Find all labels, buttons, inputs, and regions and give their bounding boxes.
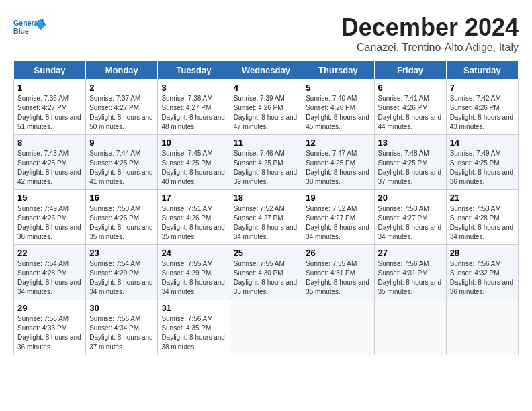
day-info: Sunrise: 7:56 AM Sunset: 4:34 PM Dayligh…: [89, 314, 154, 352]
calendar-cell: 24Sunrise: 7:55 AM Sunset: 4:29 PM Dayli…: [158, 245, 230, 300]
day-number: 15: [17, 193, 82, 203]
day-info: Sunrise: 7:54 AM Sunset: 4:28 PM Dayligh…: [17, 259, 82, 297]
day-info: Sunrise: 7:55 AM Sunset: 4:29 PM Dayligh…: [161, 259, 226, 297]
day-info: Sunrise: 7:56 AM Sunset: 4:32 PM Dayligh…: [450, 259, 515, 297]
day-info: Sunrise: 7:51 AM Sunset: 4:26 PM Dayligh…: [161, 204, 226, 242]
calendar-cell: 19Sunrise: 7:52 AM Sunset: 4:27 PM Dayli…: [302, 190, 374, 245]
day-number: 17: [161, 193, 226, 203]
calendar-cell: 8Sunrise: 7:43 AM Sunset: 4:25 PM Daylig…: [14, 135, 86, 190]
calendar-cell: 2Sunrise: 7:37 AM Sunset: 4:27 PM Daylig…: [86, 80, 158, 135]
day-info: Sunrise: 7:56 AM Sunset: 4:33 PM Dayligh…: [17, 314, 82, 352]
day-info: Sunrise: 7:41 AM Sunset: 4:26 PM Dayligh…: [378, 94, 443, 132]
calendar-cell: 26Sunrise: 7:55 AM Sunset: 4:31 PM Dayli…: [302, 245, 374, 300]
day-number: 30: [89, 303, 154, 313]
calendar-cell: 12Sunrise: 7:47 AM Sunset: 4:25 PM Dayli…: [302, 135, 374, 190]
calendar-cell: 23Sunrise: 7:54 AM Sunset: 4:29 PM Dayli…: [86, 245, 158, 300]
day-number: 4: [234, 83, 299, 93]
location-title: Canazei, Trentino-Alto Adige, Italy: [341, 42, 519, 54]
calendar-cell: 13Sunrise: 7:48 AM Sunset: 4:25 PM Dayli…: [374, 135, 446, 190]
day-info: Sunrise: 7:54 AM Sunset: 4:29 PM Dayligh…: [89, 259, 154, 297]
calendar-cell: 20Sunrise: 7:53 AM Sunset: 4:27 PM Dayli…: [374, 190, 446, 245]
day-info: Sunrise: 7:45 AM Sunset: 4:25 PM Dayligh…: [161, 149, 226, 187]
day-number: 19: [306, 193, 370, 203]
day-info: Sunrise: 7:36 AM Sunset: 4:27 PM Dayligh…: [17, 94, 82, 132]
day-number: 22: [17, 248, 82, 258]
calendar-cell: 15Sunrise: 7:49 AM Sunset: 4:26 PM Dayli…: [14, 190, 86, 245]
day-number: 29: [17, 303, 82, 313]
day-number: 28: [450, 248, 515, 258]
calendar-cell: 21Sunrise: 7:53 AM Sunset: 4:28 PM Dayli…: [446, 190, 518, 245]
day-info: Sunrise: 7:43 AM Sunset: 4:25 PM Dayligh…: [17, 149, 82, 187]
day-info: Sunrise: 7:56 AM Sunset: 4:31 PM Dayligh…: [378, 259, 443, 297]
day-number: 12: [306, 138, 370, 148]
day-info: Sunrise: 7:47 AM Sunset: 4:25 PM Dayligh…: [306, 149, 370, 187]
day-number: 31: [161, 303, 226, 313]
logo: General Blue: [13, 13, 47, 44]
day-number: 11: [234, 138, 299, 148]
calendar-cell: 4Sunrise: 7:39 AM Sunset: 4:26 PM Daylig…: [230, 80, 302, 135]
calendar-cell: 28Sunrise: 7:56 AM Sunset: 4:32 PM Dayli…: [446, 245, 518, 300]
calendar-cell: 1Sunrise: 7:36 AM Sunset: 4:27 PM Daylig…: [14, 80, 86, 135]
day-number: 24: [161, 248, 226, 258]
day-info: Sunrise: 7:39 AM Sunset: 4:26 PM Dayligh…: [234, 94, 299, 132]
day-number: 16: [89, 193, 154, 203]
weekday-header: Sunday: [14, 61, 86, 80]
calendar-cell: 6Sunrise: 7:41 AM Sunset: 4:26 PM Daylig…: [374, 80, 446, 135]
day-info: Sunrise: 7:53 AM Sunset: 4:28 PM Dayligh…: [450, 204, 515, 242]
day-number: 10: [161, 138, 226, 148]
day-info: Sunrise: 7:44 AM Sunset: 4:25 PM Dayligh…: [89, 149, 154, 187]
calendar-cell: 3Sunrise: 7:38 AM Sunset: 4:27 PM Daylig…: [158, 80, 230, 135]
calendar-cell: 10Sunrise: 7:45 AM Sunset: 4:25 PM Dayli…: [158, 135, 230, 190]
calendar-cell: 22Sunrise: 7:54 AM Sunset: 4:28 PM Dayli…: [14, 245, 86, 300]
weekday-header: Saturday: [446, 61, 518, 80]
title-area: December 2024 Canazei, Trentino-Alto Adi…: [341, 13, 519, 54]
day-number: 18: [234, 193, 299, 203]
day-info: Sunrise: 7:46 AM Sunset: 4:25 PM Dayligh…: [234, 149, 299, 187]
weekday-header: Thursday: [302, 61, 374, 80]
day-info: Sunrise: 7:49 AM Sunset: 4:25 PM Dayligh…: [450, 149, 515, 187]
svg-text:Blue: Blue: [13, 27, 29, 35]
day-number: 2: [89, 83, 154, 93]
calendar-cell: 9Sunrise: 7:44 AM Sunset: 4:25 PM Daylig…: [86, 135, 158, 190]
day-info: Sunrise: 7:40 AM Sunset: 4:26 PM Dayligh…: [306, 94, 370, 132]
svg-text:General: General: [13, 19, 40, 27]
calendar-cell: 18Sunrise: 7:52 AM Sunset: 4:27 PM Dayli…: [230, 190, 302, 245]
day-info: Sunrise: 7:56 AM Sunset: 4:35 PM Dayligh…: [161, 314, 226, 352]
day-number: 8: [17, 138, 82, 148]
weekday-header: Monday: [86, 61, 158, 80]
day-info: Sunrise: 7:52 AM Sunset: 4:27 PM Dayligh…: [306, 204, 370, 242]
day-info: Sunrise: 7:48 AM Sunset: 4:25 PM Dayligh…: [378, 149, 443, 187]
calendar-cell: 14Sunrise: 7:49 AM Sunset: 4:25 PM Dayli…: [446, 135, 518, 190]
weekday-header: Friday: [374, 61, 446, 80]
calendar-cell: 11Sunrise: 7:46 AM Sunset: 4:25 PM Dayli…: [230, 135, 302, 190]
calendar-cell: [446, 300, 518, 355]
day-number: 3: [161, 83, 226, 93]
calendar-cell: 17Sunrise: 7:51 AM Sunset: 4:26 PM Dayli…: [158, 190, 230, 245]
day-number: 20: [378, 193, 443, 203]
weekday-header: Wednesday: [230, 61, 302, 80]
day-info: Sunrise: 7:50 AM Sunset: 4:26 PM Dayligh…: [89, 204, 154, 242]
day-number: 7: [450, 83, 515, 93]
day-number: 14: [450, 138, 515, 148]
day-number: 1: [17, 83, 82, 93]
day-number: 6: [378, 83, 443, 93]
calendar-cell: 16Sunrise: 7:50 AM Sunset: 4:26 PM Dayli…: [86, 190, 158, 245]
calendar-table: SundayMondayTuesdayWednesdayThursdayFrid…: [13, 60, 519, 355]
day-info: Sunrise: 7:55 AM Sunset: 4:31 PM Dayligh…: [306, 259, 370, 297]
weekday-header: Tuesday: [158, 61, 230, 80]
calendar-cell: 29Sunrise: 7:56 AM Sunset: 4:33 PM Dayli…: [14, 300, 86, 355]
day-info: Sunrise: 7:55 AM Sunset: 4:30 PM Dayligh…: [234, 259, 299, 297]
day-number: 5: [306, 83, 370, 93]
month-title: December 2024: [341, 13, 519, 42]
day-info: Sunrise: 7:49 AM Sunset: 4:26 PM Dayligh…: [17, 204, 82, 242]
day-number: 13: [378, 138, 443, 148]
day-number: 26: [306, 248, 370, 258]
calendar-cell: 25Sunrise: 7:55 AM Sunset: 4:30 PM Dayli…: [230, 245, 302, 300]
header: General Blue December 2024 Canazei, Tren…: [13, 13, 519, 54]
day-info: Sunrise: 7:52 AM Sunset: 4:27 PM Dayligh…: [234, 204, 299, 242]
day-info: Sunrise: 7:53 AM Sunset: 4:27 PM Dayligh…: [378, 204, 443, 242]
calendar-cell: 31Sunrise: 7:56 AM Sunset: 4:35 PM Dayli…: [158, 300, 230, 355]
day-info: Sunrise: 7:37 AM Sunset: 4:27 PM Dayligh…: [89, 94, 154, 132]
calendar-cell: 27Sunrise: 7:56 AM Sunset: 4:31 PM Dayli…: [374, 245, 446, 300]
day-info: Sunrise: 7:42 AM Sunset: 4:26 PM Dayligh…: [450, 94, 515, 132]
